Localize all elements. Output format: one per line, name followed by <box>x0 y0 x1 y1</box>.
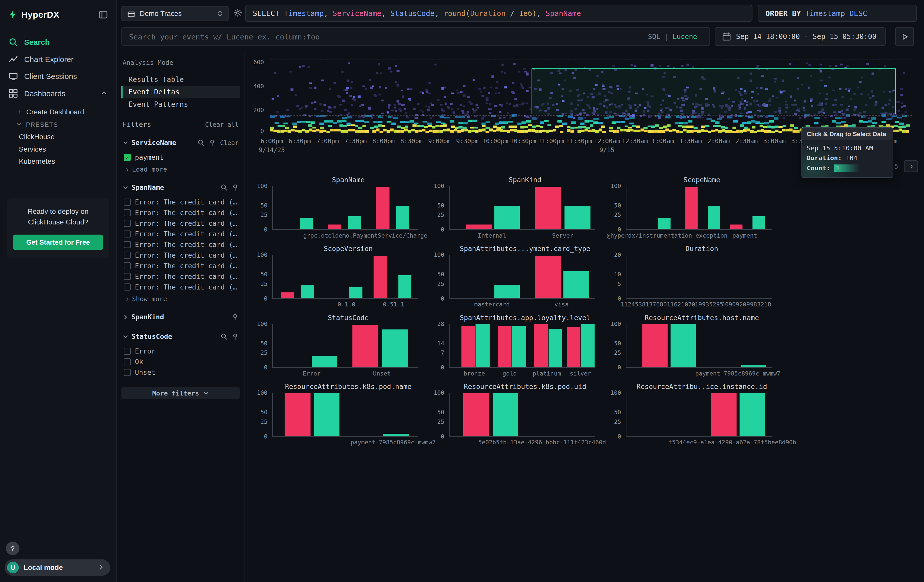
bar-ok[interactable] <box>658 218 670 229</box>
analysis-mode-event-patterns[interactable]: Event Patterns <box>121 99 240 111</box>
heatmap-selection-region[interactable] <box>531 68 895 115</box>
mini-chart-duration[interactable]: Duration20105011245381376801162107019935… <box>601 245 778 312</box>
bar-error[interactable] <box>567 327 581 367</box>
filter-section-title[interactable]: SpanName <box>131 183 164 191</box>
search-icon[interactable] <box>198 138 205 146</box>
bar-ok[interactable] <box>564 206 590 229</box>
bar-ok[interactable] <box>300 218 313 229</box>
clear-servicename-button[interactable]: Clear <box>220 138 239 146</box>
checkbox[interactable] <box>124 241 131 248</box>
language-lucene[interactable]: Lucene <box>673 32 697 41</box>
mini-chart-plot[interactable] <box>449 255 595 298</box>
checkbox[interactable] <box>124 273 131 280</box>
bar-error[interactable] <box>285 393 310 436</box>
order-by-editor[interactable]: ORDER BY Timestamp DESC <box>758 5 917 22</box>
bar-ok[interactable] <box>314 393 340 436</box>
checkbox[interactable]: ✓ <box>124 154 131 161</box>
mini-chart-resourceattributes-k8s-pod-uid[interactable]: ResourceAttributes.k8s.pod.uid100502505e… <box>424 383 601 450</box>
source-settings-button[interactable] <box>233 8 242 20</box>
bar-ok[interactable] <box>398 275 412 298</box>
date-range-picker[interactable]: Sep 14 18:00:00 - Sep 15 05:30:00 <box>715 27 886 46</box>
sidebar-item-client-sessions[interactable]: Client Sessions <box>0 68 116 85</box>
span-name-option[interactable]: Error: The credit card (… <box>124 208 240 218</box>
mini-chart-resourceattributes-host-name[interactable]: ResourceAttributes.host.name10050250paym… <box>601 313 778 381</box>
bar-ok[interactable] <box>383 434 409 436</box>
span-name-option[interactable]: Error: The credit card (… <box>124 218 240 229</box>
pin-icon[interactable] <box>209 138 216 146</box>
bar-error[interactable] <box>461 326 475 367</box>
mini-chart-plot[interactable] <box>626 393 772 437</box>
bar-ok[interactable] <box>301 285 314 298</box>
status-code-option[interactable]: Ok <box>124 356 240 367</box>
mini-chart-scopename[interactable]: ScopeName10050250@hyperdx/instrumentatio… <box>601 176 778 243</box>
mini-chart-spanname[interactable]: SpanName10050250grpc.oteldemo.PaymentSer… <box>248 176 424 243</box>
bar-ok[interactable] <box>494 206 520 229</box>
clear-all-filters-button[interactable]: Clear all <box>205 121 239 128</box>
span-name-option[interactable]: Error: The credit card (… <box>124 239 240 250</box>
bar-ok[interactable] <box>670 324 696 367</box>
bar-ok[interactable] <box>740 393 765 436</box>
chevron-down-icon[interactable] <box>122 140 128 145</box>
mini-chart-plot[interactable] <box>449 186 595 230</box>
checkbox[interactable] <box>124 262 131 269</box>
mini-chart-plot[interactable] <box>272 324 419 368</box>
span-name-option[interactable]: Error: The credit card (… <box>124 260 240 271</box>
mini-chart-resourceattributes-k8s-pod-name[interactable]: ResourceAttributes.k8s.pod.name10050250p… <box>248 383 424 450</box>
mini-chart-plot[interactable] <box>449 324 595 368</box>
service-name-option[interactable]: ✓payment <box>124 152 240 163</box>
bar-error[interactable] <box>535 256 561 298</box>
bar-ok[interactable] <box>382 329 408 367</box>
span-name-option[interactable]: Error: The credit card (… <box>124 271 240 282</box>
collapse-sidebar-icon[interactable] <box>98 10 108 19</box>
checkbox[interactable] <box>124 220 131 227</box>
status-code-option[interactable]: Error <box>124 346 240 356</box>
language-sql[interactable]: SQL <box>648 32 660 41</box>
bar-ok[interactable] <box>741 365 766 367</box>
mini-chart-plot[interactable] <box>626 255 772 298</box>
run-query-button[interactable] <box>895 27 914 46</box>
span-name-option[interactable]: Error: The credit card (… <box>124 229 240 239</box>
sidebar-item-kubernetes[interactable]: Kubernetes <box>0 155 116 168</box>
bar-ok[interactable] <box>348 216 361 229</box>
mini-chart-plot[interactable] <box>626 324 772 368</box>
bar-ok[interactable] <box>396 206 409 229</box>
chevron-down-icon[interactable] <box>122 333 128 339</box>
heatmap-plot[interactable] <box>270 59 912 134</box>
search-icon[interactable] <box>220 183 228 191</box>
checkbox[interactable] <box>124 231 131 237</box>
bar-error[interactable] <box>685 187 698 229</box>
next-page-button[interactable] <box>904 160 918 172</box>
mini-chart-statuscode[interactable]: StatusCode10050250ErrorUnset <box>248 313 424 381</box>
bar-error[interactable] <box>535 187 561 229</box>
mini-chart-plot[interactable] <box>272 393 419 437</box>
bar-ok[interactable] <box>708 206 720 229</box>
analysis-mode-event-deltas[interactable]: Event Deltas <box>121 86 240 99</box>
bar-ok[interactable] <box>581 324 595 367</box>
bar-error[interactable] <box>466 224 492 229</box>
filter-section-title[interactable]: ServiceName <box>131 138 176 147</box>
mini-chart-spanattributes-yment-card-type[interactable]: SpanAttributes...yment.card_type10050250… <box>424 245 601 312</box>
bar-ok[interactable] <box>492 393 518 436</box>
help-button[interactable]: ? <box>6 541 20 555</box>
checkbox[interactable] <box>124 358 131 365</box>
bar-ok[interactable] <box>476 324 490 367</box>
source-select[interactable]: Demo Traces <box>121 6 229 21</box>
checkbox[interactable] <box>124 369 131 376</box>
mini-chart-plot[interactable] <box>272 186 419 230</box>
load-more-button[interactable]: Load more <box>125 165 240 173</box>
bar-ok[interactable] <box>312 356 337 367</box>
pin-icon[interactable] <box>231 183 239 191</box>
bar-error[interactable] <box>463 393 489 436</box>
bar-ok[interactable] <box>549 329 563 367</box>
chevron-right-icon[interactable] <box>122 314 128 320</box>
bar-ok[interactable] <box>494 285 520 298</box>
span-name-option[interactable]: Error: The credit card (… <box>124 197 240 208</box>
pin-icon[interactable] <box>231 333 239 340</box>
presets-toggle[interactable]: PRESETS <box>0 118 116 130</box>
mini-chart-spankind[interactable]: SpanKind10050250InternalServer <box>424 176 601 243</box>
mini-chart-scopeversion[interactable]: ScopeVersion100502500.1.00.51.1 <box>248 245 424 312</box>
checkbox[interactable] <box>124 252 131 259</box>
bar-error[interactable] <box>711 393 737 436</box>
checkbox[interactable] <box>124 209 131 216</box>
more-filters-button[interactable]: More filters <box>121 387 240 399</box>
